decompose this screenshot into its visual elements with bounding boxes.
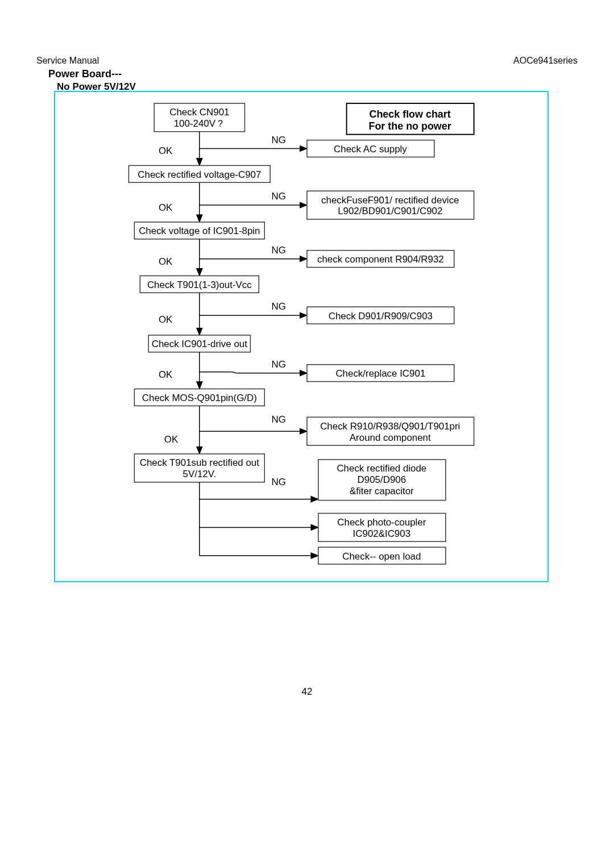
step6-action-l2: Around component — [350, 432, 431, 443]
flowchart-container: Check flow chart For the no power Check … — [54, 91, 549, 582]
step3-action-l1: check component R904/R932 — [317, 254, 444, 265]
step2-action-l1: checkFuseF901/ rectified device — [321, 195, 459, 206]
step7-action2-l2: IC902&IC903 — [353, 528, 411, 539]
step5-check-l1: Check IC901-drive out — [152, 339, 248, 349]
title-box-line2: For the no power — [368, 120, 451, 132]
step5-ng-curve — [231, 372, 237, 373]
step6-action-l1: Check R910/R938/Q901/T901pri — [320, 421, 460, 432]
step2-ok-label: OK — [159, 202, 173, 213]
header-left: Service Manual — [36, 56, 99, 66]
step4-ok-label: OK — [159, 314, 173, 325]
step5-ng-label: NG — [272, 359, 286, 370]
step1-check-l2: 100-240V？ — [174, 118, 225, 129]
step7-check-l2: 5V/12V. — [183, 469, 217, 479]
step6-ok-label: OK — [164, 434, 179, 445]
step7-action1-l3: &fiter capacitor — [350, 486, 414, 496]
step3-ng-label: NG — [272, 245, 286, 256]
step7-action2-l1: Check photo-coupler — [337, 517, 426, 528]
step3-check-l1: Check voltage of IC901-8pin — [139, 226, 260, 236]
step7-action3-l1: Check-- open load — [342, 551, 421, 562]
step2-action-l2: L902/BD901/C901/C902 — [338, 206, 442, 216]
step4-action-l1: Check D901/R909/C903 — [329, 311, 433, 322]
step3-ok-label: OK — [159, 256, 173, 267]
step5-action-l1: Check/replace IC901 — [335, 368, 425, 379]
step2-check-l1: Check rectified voltage-C907 — [138, 169, 261, 180]
step1-ng-label: NG — [272, 135, 286, 145]
step7-action1-l1: Check rectified diode — [337, 463, 426, 474]
flowchart-svg: Check flow chart For the no power Check … — [55, 92, 547, 581]
step7-action1-l2: D905/D906 — [358, 474, 406, 485]
title-section: Power Board--- No Power 5V/12V — [48, 68, 136, 93]
step1-action-l1: Check AC supply — [334, 144, 407, 155]
title-box-line1: Check flow chart — [369, 108, 450, 120]
step2-ng-label: NG — [272, 191, 286, 202]
step1-ok-label: OK — [159, 145, 173, 156]
step7-check-l1: Check T901sub rectified out — [140, 457, 259, 468]
step6-ng-label: NG — [272, 414, 286, 425]
step7-ng-label: NG — [272, 477, 286, 487]
title-main: Power Board--- — [48, 68, 136, 80]
step6-check-l1: Check MOS-Q901pin(G/D) — [142, 393, 257, 403]
page-number: 42 — [302, 686, 313, 698]
step4-ng-label: NG — [272, 301, 286, 312]
step5-ok-label: OK — [159, 369, 173, 380]
step1-check-l1: Check CN901 — [169, 107, 229, 118]
step4-check-l1: Check T901(1-3)out-Vcc — [147, 279, 252, 290]
header-right: AOCe941series — [513, 56, 578, 66]
